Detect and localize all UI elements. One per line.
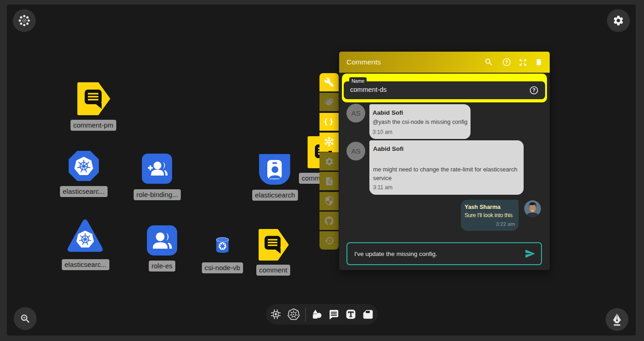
svg-text:?: ? — [505, 60, 508, 65]
svg-text:?: ? — [532, 87, 536, 93]
